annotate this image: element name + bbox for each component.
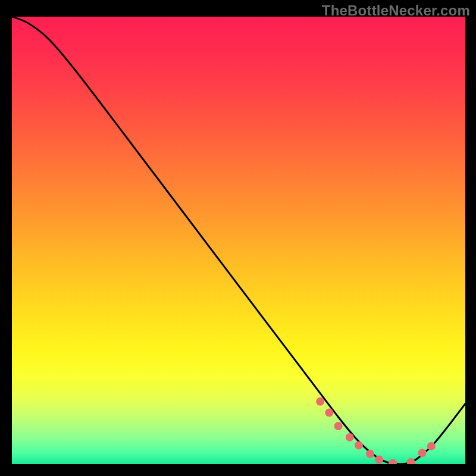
low-region-dot <box>355 441 363 449</box>
chart-frame: TheBottleNecker.com <box>0 0 476 476</box>
bottleneck-chart <box>12 17 465 464</box>
gradient-background <box>12 17 465 464</box>
plot-area <box>12 17 465 464</box>
low-region-dot <box>334 422 343 430</box>
low-region-dot <box>418 449 427 457</box>
low-region-dot <box>316 397 324 406</box>
low-region-dot <box>427 442 436 450</box>
low-region-dot <box>346 433 354 441</box>
low-region-dot <box>325 409 333 417</box>
low-region-dot <box>366 450 374 458</box>
low-region-dot <box>375 455 383 464</box>
